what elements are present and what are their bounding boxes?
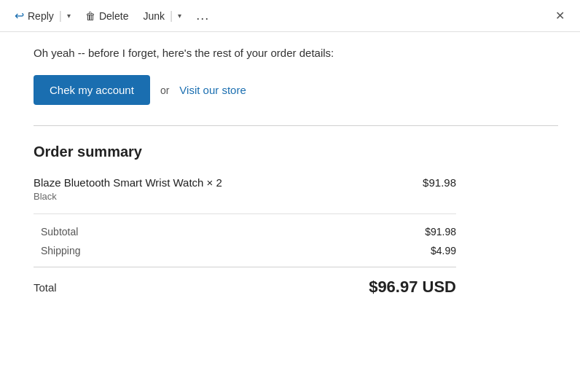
order-item-details: Blaze Bluetooth Smart Wrist Watch × 2 Bl… [34, 176, 222, 202]
toolbar: ↩ Reply | ▾ 🗑 Delete Junk | ▾ ... ✕ [0, 0, 580, 32]
intro-text: Oh yeah -- before I forget, here's the r… [34, 47, 558, 59]
email-content: Oh yeah -- before I forget, here's the r… [0, 32, 580, 392]
mid-divider [34, 267, 456, 267]
visit-store-link[interactable]: Visit our store [179, 84, 246, 96]
separator: | [59, 9, 62, 23]
junk-label: Junk [143, 10, 165, 22]
close-icon: ✕ [555, 9, 565, 23]
reply-icon: ↩ [15, 9, 24, 23]
order-summary-title: Order summary [34, 144, 456, 160]
total-label: Total [34, 281, 57, 294]
or-text: or [160, 85, 169, 96]
reply-button[interactable]: ↩ Reply | ▾ [9, 4, 77, 27]
order-summary: Order summary Blaze Bluetooth Smart Wris… [34, 144, 456, 297]
more-button[interactable]: ... [190, 4, 215, 28]
junk-button[interactable]: Junk | ▾ [137, 5, 187, 27]
shipping-row: Shipping $4.99 [41, 245, 456, 256]
chevron-down-icon[interactable]: ▾ [67, 12, 71, 20]
subtotals-section: Subtotal $91.98 Shipping $4.99 [34, 226, 456, 256]
more-icon: ... [196, 8, 209, 23]
separator2: | [170, 9, 173, 23]
reply-label: Reply [28, 10, 54, 22]
subtotal-row: Subtotal $91.98 [41, 226, 456, 238]
order-item-row: Blaze Bluetooth Smart Wrist Watch × 2 Bl… [34, 176, 456, 214]
check-account-button[interactable]: Chek my account [34, 75, 150, 105]
delete-button[interactable]: 🗑 Delete [79, 6, 134, 26]
top-divider [34, 125, 558, 126]
order-item-price: $91.98 [423, 176, 456, 189]
delete-label: Delete [99, 10, 128, 22]
total-row: Total $96.97 USD [34, 278, 456, 297]
action-row: Chek my account or Visit our store [34, 75, 558, 105]
junk-chevron-icon[interactable]: ▾ [178, 12, 181, 20]
total-value: $96.97 USD [369, 278, 456, 297]
order-item-name: Blaze Bluetooth Smart Wrist Watch × 2 [34, 176, 222, 189]
close-button[interactable]: ✕ [548, 4, 571, 28]
shipping-value: $4.99 [431, 245, 456, 256]
delete-icon: 🗑 [85, 10, 95, 22]
subtotal-value: $91.98 [425, 226, 456, 238]
subtotal-label: Subtotal [41, 226, 78, 238]
shipping-label: Shipping [41, 245, 81, 256]
order-item-variant: Black [34, 191, 222, 202]
